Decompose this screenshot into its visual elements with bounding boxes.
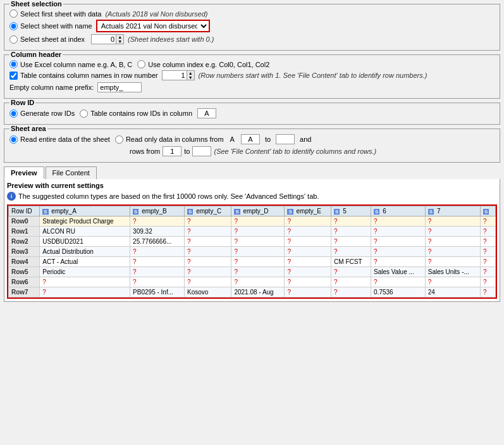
table-cell: ? <box>185 227 231 237</box>
table-cell: 0.7536 <box>371 287 426 298</box>
table-cell: 24 <box>425 287 480 298</box>
sheet-option1-radio[interactable] <box>9 9 18 18</box>
table-cell: ? <box>130 216 185 227</box>
index-spin-up[interactable]: ▲ <box>116 35 123 39</box>
row-number-spin-arrows: ▲ ▼ <box>187 70 195 80</box>
info-icon: i <box>7 192 16 201</box>
read-only-data-radio[interactable] <box>115 135 123 144</box>
table-cell: Row1 <box>9 227 40 237</box>
table-cell: ? <box>285 267 331 277</box>
table-cell: ? <box>285 227 331 237</box>
table-row: Row3Actual Distribution???????? <box>9 247 496 257</box>
read-only-data-label[interactable]: Read only data in columns from <box>115 135 224 144</box>
row-number-spin-up[interactable]: ▲ <box>187 71 194 75</box>
table-cell: ? <box>371 216 426 227</box>
table-cell: ? <box>285 216 331 227</box>
row-number-input[interactable] <box>162 70 187 80</box>
sheet-area-legend: Sheet area <box>9 125 47 132</box>
index-spin-wrapper: ▲ ▼ <box>91 34 124 44</box>
sheet-area-rows-row: rows from to (See 'File Content' tab to … <box>130 146 495 156</box>
table-cell: ? <box>285 257 331 267</box>
table-cell: ALCON RU <box>40 227 130 237</box>
table-cell: ? <box>231 227 285 237</box>
table-cell: ? <box>480 257 495 267</box>
table-contains-row-ids-label[interactable]: Table contains row IDs in column <box>80 110 192 118</box>
table-cell: ? <box>40 277 130 287</box>
table-cell: ? <box>480 247 495 257</box>
table-cell: ? <box>425 216 480 227</box>
main-container: Sheet selection Select first sheet with … <box>0 0 504 445</box>
table-cell: ? <box>331 227 371 237</box>
table-row: Row2USDBUD202125.7766666...??????? <box>9 237 496 247</box>
table-cell: ? <box>130 277 185 287</box>
table-cell: 2021.08 - Aug <box>231 287 285 298</box>
sheet-index-input[interactable] <box>91 34 116 44</box>
table-cell: Row3 <box>9 247 40 257</box>
th-7: S 7 <box>425 206 480 216</box>
use-excel-col-radio[interactable] <box>9 60 18 68</box>
th-6: S 6 <box>371 206 426 216</box>
table-cell: ? <box>185 247 231 257</box>
generate-row-ids-label[interactable]: Generate row IDs <box>9 110 75 118</box>
table-row: Row0Strategic Product Charge???????? <box>9 216 496 227</box>
sheet-option3-label[interactable]: Select sheet at index <box>9 35 85 44</box>
rows-to-input[interactable] <box>192 146 211 156</box>
table-cell: ? <box>331 277 371 287</box>
use-excel-col-label[interactable]: Use Excel column name e.g. A, B, C <box>9 60 132 68</box>
table-row: Row5Periodic?????Sales Value ...Sales Un… <box>9 267 496 277</box>
empty-prefix-input[interactable] <box>97 82 142 92</box>
table-row: Row6????????? <box>9 277 496 287</box>
th-more: S <box>480 206 495 216</box>
tab-preview[interactable]: Preview <box>4 166 44 179</box>
table-cell: Sales Value ... <box>371 267 426 277</box>
use-index-col-label[interactable]: Use column index e.g. Col0, Col1, Col2 <box>137 60 269 68</box>
table-cell: Row6 <box>9 277 40 287</box>
read-entire-data-label[interactable]: Read entire data of the sheet <box>9 135 110 144</box>
from-col-input[interactable] <box>241 134 260 144</box>
sheet-option2-row: Select sheet with name Actuals 2021 val … <box>9 20 495 32</box>
column-header-section: Column header Use Excel column name e.g.… <box>4 54 500 99</box>
sheet-option3-radio[interactable] <box>9 35 18 44</box>
to-col-input[interactable] <box>276 134 295 144</box>
tab-file-content[interactable]: File Content <box>46 166 97 179</box>
table-cell: ? <box>425 237 480 247</box>
sheet-option2-radio[interactable] <box>9 22 18 30</box>
table-cell: ? <box>371 247 426 257</box>
table-cell: USDBUD2021 <box>40 237 130 247</box>
table-contains-row-ids-radio[interactable] <box>80 110 88 118</box>
table-contains-col-names-row: Table contains column names in row numbe… <box>9 70 495 80</box>
use-index-col-radio[interactable] <box>137 60 145 68</box>
table-cell: ? <box>285 287 331 298</box>
table-cell: Sales Units -... <box>425 267 480 277</box>
th-empty-e: S empty_E <box>285 206 331 216</box>
index-spin-down[interactable]: ▼ <box>116 39 123 44</box>
table-cell: ? <box>480 287 495 298</box>
sheet-option1-label[interactable]: Select first sheet with data <box>9 9 101 18</box>
row-number-spin-down[interactable]: ▼ <box>187 75 194 80</box>
rows-from-text: rows from <box>130 147 160 155</box>
table-contains-checkbox[interactable] <box>9 72 18 80</box>
table-cell: ? <box>371 237 426 247</box>
table-cell: ? <box>371 277 426 287</box>
generate-row-ids-radio[interactable] <box>9 110 18 118</box>
table-cell: CM FCST <box>331 257 371 267</box>
sheet-name-dropdown[interactable]: Actuals 2021 val Non disbursed <box>96 20 210 32</box>
table-cell: ? <box>331 237 371 247</box>
table-contains-checkbox-label[interactable]: Table contains column names in row numbe… <box>9 72 158 80</box>
row-id-section: Row ID Generate row IDs Table contains r… <box>4 103 500 125</box>
read-entire-data-radio[interactable] <box>9 135 18 144</box>
table-cell: Row5 <box>9 267 40 277</box>
rows-from-input[interactable] <box>163 146 181 156</box>
sheet-option2-label[interactable]: Select sheet with name <box>9 22 92 30</box>
table-row: Row7?PB0295 - Inf...Kosovo2021.08 - Aug?… <box>9 287 496 298</box>
th-5: S 5 <box>331 206 371 216</box>
table-cell: ? <box>231 247 285 257</box>
row-id-column-input[interactable] <box>197 108 216 118</box>
table-cell: PB0295 - Inf... <box>130 287 185 298</box>
tabs-row: Preview File Content <box>4 166 500 179</box>
row-id-legend: Row ID <box>9 99 35 106</box>
sheet-selection-legend: Sheet selection <box>9 0 63 8</box>
index-spin-arrows: ▲ ▼ <box>116 34 124 44</box>
table-cell: ? <box>231 257 285 267</box>
table-cell: ? <box>371 227 426 237</box>
